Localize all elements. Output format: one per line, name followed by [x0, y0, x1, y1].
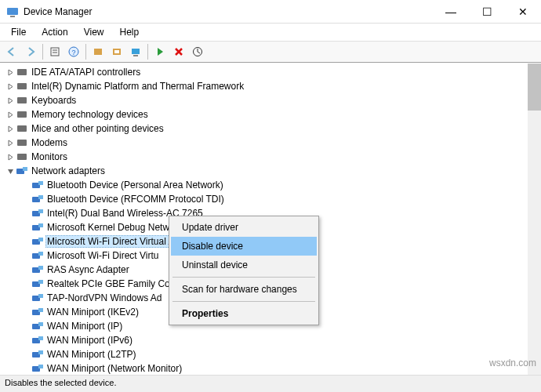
tree-item[interactable]: Modems [5, 136, 541, 150]
expand-icon[interactable] [5, 97, 16, 104]
svg-rect-45 [38, 336, 43, 340]
show-hidden-icon[interactable] [46, 43, 64, 60]
svg-rect-17 [17, 125, 27, 132]
tree-item-label: WAN Miniport (L2TP) [45, 349, 138, 360]
menu-view[interactable]: View [78, 25, 111, 39]
expand-icon[interactable] [5, 154, 16, 161]
forward-icon[interactable] [22, 43, 39, 60]
device-icon [31, 292, 44, 304]
tree-item[interactable]: Keyboards [5, 93, 541, 107]
expand-icon[interactable] [5, 69, 16, 76]
context-menu-item[interactable]: Disable device [171, 237, 317, 256]
svg-rect-49 [38, 365, 43, 368]
device-icon [31, 362, 44, 375]
device-icon [16, 165, 28, 177]
device-icon [31, 334, 44, 347]
tree-item-adapter[interactable]: Bluetooth Device (Personal Area Network) [20, 178, 541, 192]
tree-item-label: WAN Miniport (IKEv2) [45, 307, 140, 318]
tree-item[interactable]: Monitors [5, 150, 541, 164]
svg-rect-47 [38, 350, 43, 354]
tree-item[interactable]: Mice and other pointing devices [5, 122, 541, 136]
expand-icon[interactable] [5, 125, 16, 132]
svg-rect-18 [17, 140, 27, 146]
device-icon [31, 221, 44, 234]
tree-item[interactable]: IDE ATA/ATAPI controllers [5, 65, 541, 79]
menu-action[interactable]: Action [35, 25, 74, 39]
properties-icon[interactable] [108, 43, 125, 60]
tree-item[interactable]: Intel(R) Dynamic Platform and Thermal Fr… [5, 79, 541, 93]
expand-icon[interactable] [5, 168, 16, 175]
tree-item-label: Network adapters [30, 165, 107, 176]
context-menu-item[interactable]: Properties [171, 304, 317, 323]
tree-item-adapter[interactable]: Bluetooth Device (RFCOMM Protocol TDI) [20, 192, 541, 206]
window-controls: — ☐ ✕ [433, 0, 541, 24]
device-icon [31, 263, 44, 276]
toolbar-divider [147, 44, 148, 60]
svg-rect-25 [38, 195, 43, 199]
svg-rect-11 [133, 55, 138, 56]
svg-rect-14 [17, 83, 27, 89]
device-icon [31, 278, 44, 290]
tree-item-label: TAP-NordVPN Windows Ad [45, 292, 164, 303]
context-menu-item[interactable]: Scan for hardware changes [171, 280, 317, 299]
close-button[interactable]: ✕ [505, 0, 541, 24]
device-icon [16, 151, 28, 163]
maximize-button[interactable]: ☐ [469, 0, 505, 24]
context-menu-separator [172, 301, 315, 302]
svg-rect-15 [17, 97, 27, 103]
tree-item[interactable]: Memory technology devices [5, 107, 541, 122]
svg-rect-19 [17, 154, 27, 160]
tree-item-label: Intel(R) Dynamic Platform and Thermal Fr… [30, 81, 245, 92]
menu-bar: File Action View Help [0, 24, 541, 41]
svg-rect-2 [51, 48, 59, 56]
device-icon [16, 136, 28, 149]
minimize-button[interactable]: — [433, 0, 469, 24]
expand-icon[interactable] [5, 140, 16, 147]
tree-item-label: Mice and other pointing devices [30, 123, 165, 134]
app-icon [6, 5, 19, 18]
scrollbar-thumb[interactable] [528, 64, 541, 111]
device-icon [16, 108, 28, 121]
tree-item-adapter[interactable]: WAN Miniport (IPv6) [20, 333, 541, 347]
tree-item-label: Bluetooth Device (Personal Area Network) [45, 180, 225, 191]
svg-rect-16 [17, 111, 27, 118]
svg-rect-39 [38, 294, 43, 298]
help-icon[interactable]: ? [65, 43, 82, 60]
tree-item-label: WAN Miniport (IPv6) [45, 335, 134, 346]
device-icon [16, 122, 28, 135]
device-icon [31, 348, 44, 361]
expand-icon[interactable] [5, 83, 16, 90]
uninstall-icon[interactable] [189, 43, 206, 60]
device-icon [31, 306, 44, 318]
tree-item-adapter[interactable]: WAN Miniport (L2TP) [20, 347, 541, 361]
toolbar: ? [0, 41, 541, 63]
tree-item-network-adapters[interactable]: Network adapters [5, 164, 541, 178]
context-menu-item[interactable]: Update driver [171, 218, 317, 237]
svg-rect-41 [38, 308, 43, 312]
svg-rect-0 [7, 8, 18, 15]
enable-icon[interactable] [151, 43, 169, 60]
menu-file[interactable]: File [5, 25, 32, 39]
context-menu-item[interactable]: Uninstall device [171, 256, 317, 274]
svg-rect-23 [38, 181, 43, 185]
scan-icon[interactable] [89, 43, 107, 60]
tree-item-label: RAS Async Adapter [45, 264, 131, 275]
context-menu: Update driverDisable deviceUninstall dev… [169, 216, 319, 325]
disable-icon[interactable] [170, 43, 187, 60]
device-icon [16, 66, 28, 78]
tree-item-label: WAN Miniport (IP) [45, 321, 124, 332]
update-driver-icon[interactable] [127, 43, 144, 60]
svg-rect-33 [38, 252, 43, 256]
back-icon[interactable] [3, 43, 20, 60]
vertical-scrollbar[interactable] [528, 64, 541, 375]
expand-icon[interactable] [5, 111, 16, 118]
svg-rect-43 [38, 322, 43, 326]
toolbar-divider [42, 44, 43, 60]
svg-rect-27 [38, 209, 43, 213]
tree-item-label: Microsoft Wi-Fi Direct Virtu [45, 250, 160, 261]
tree-item-label: Memory technology devices [30, 109, 150, 120]
menu-help[interactable]: Help [114, 25, 146, 39]
device-icon [16, 94, 28, 107]
tree-item-label: WAN Miniport (Network Monitor) [45, 363, 183, 374]
tree-item-adapter[interactable]: WAN Miniport (Network Monitor) [20, 361, 541, 375]
